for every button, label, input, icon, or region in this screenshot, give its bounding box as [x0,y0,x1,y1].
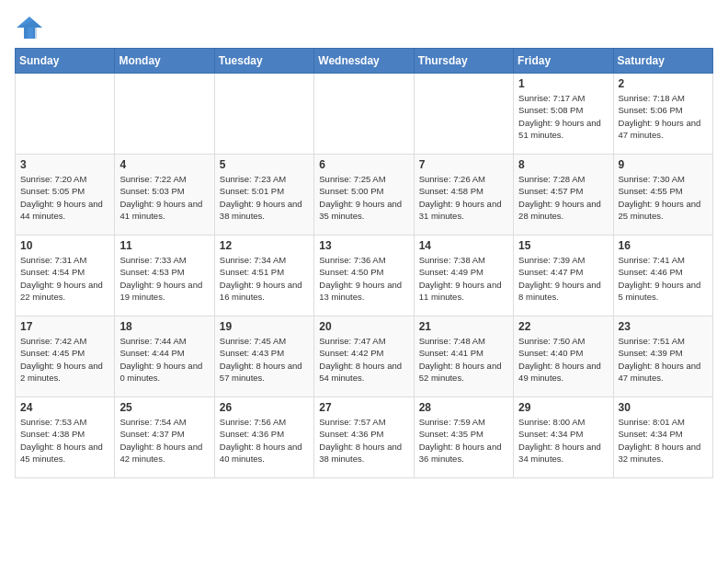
day-number: 20 [319,320,408,333]
day-detail: Sunrise: 7:30 AM Sunset: 4:55 PM Dayligh… [619,173,708,222]
calendar-week-row: 1Sunrise: 7:17 AM Sunset: 5:08 PM Daylig… [16,74,713,155]
day-of-week-header: Tuesday [214,49,313,74]
day-detail: Sunrise: 7:56 AM Sunset: 4:36 PM Dayligh… [220,416,309,465]
day-detail: Sunrise: 7:51 AM Sunset: 4:39 PM Dayligh… [619,335,708,384]
day-detail: Sunrise: 7:20 AM Sunset: 5:05 PM Dayligh… [20,173,109,222]
calendar-cell: 23Sunrise: 7:51 AM Sunset: 4:39 PM Dayli… [613,316,712,397]
calendar-cell: 19Sunrise: 7:45 AM Sunset: 4:43 PM Dayli… [214,316,313,397]
calendar-cell: 20Sunrise: 7:47 AM Sunset: 4:42 PM Dayli… [314,316,414,397]
day-detail: Sunrise: 7:17 AM Sunset: 5:08 PM Dayligh… [518,92,608,141]
calendar-cell [214,74,313,155]
day-detail: Sunrise: 7:53 AM Sunset: 4:38 PM Dayligh… [20,416,109,465]
calendar-cell: 3Sunrise: 7:20 AM Sunset: 5:05 PM Daylig… [16,155,115,236]
day-of-week-header: Wednesday [314,49,414,74]
day-of-week-header: Sunday [16,49,115,74]
calendar-cell [16,74,115,155]
calendar-cell: 6Sunrise: 7:25 AM Sunset: 5:00 PM Daylig… [314,155,414,236]
day-number: 18 [119,320,209,333]
day-number: 27 [319,401,408,414]
calendar-week-row: 17Sunrise: 7:42 AM Sunset: 4:45 PM Dayli… [16,316,713,397]
day-number: 6 [319,158,408,171]
day-number: 13 [319,239,408,252]
calendar-week-row: 10Sunrise: 7:31 AM Sunset: 4:54 PM Dayli… [16,236,713,316]
day-number: 30 [619,401,708,414]
day-detail: Sunrise: 7:42 AM Sunset: 4:45 PM Dayligh… [20,335,109,384]
calendar-cell: 9Sunrise: 7:30 AM Sunset: 4:55 PM Daylig… [613,155,712,236]
day-detail: Sunrise: 7:26 AM Sunset: 4:58 PM Dayligh… [419,173,508,222]
day-detail: Sunrise: 7:31 AM Sunset: 4:54 PM Dayligh… [20,254,109,303]
day-detail: Sunrise: 8:01 AM Sunset: 4:34 PM Dayligh… [619,416,708,465]
day-number: 12 [220,239,309,252]
calendar-table: SundayMondayTuesdayWednesdayThursdayFrid… [15,48,713,478]
day-detail: Sunrise: 7:45 AM Sunset: 4:43 PM Dayligh… [220,335,309,384]
calendar-cell: 14Sunrise: 7:38 AM Sunset: 4:49 PM Dayli… [414,236,513,316]
day-detail: Sunrise: 7:23 AM Sunset: 5:01 PM Dayligh… [220,173,309,222]
day-detail: Sunrise: 7:25 AM Sunset: 5:00 PM Dayligh… [319,173,408,222]
calendar-cell [115,74,214,155]
day-detail: Sunrise: 7:57 AM Sunset: 4:36 PM Dayligh… [319,416,408,465]
calendar-cell: 4Sunrise: 7:22 AM Sunset: 5:03 PM Daylig… [115,155,214,236]
day-detail: Sunrise: 7:48 AM Sunset: 4:41 PM Dayligh… [419,335,508,384]
day-detail: Sunrise: 7:33 AM Sunset: 4:53 PM Dayligh… [119,254,209,303]
calendar-cell [314,74,414,155]
calendar-cell: 28Sunrise: 7:59 AM Sunset: 4:35 PM Dayli… [414,397,513,478]
day-number: 28 [419,401,508,414]
day-number: 7 [419,158,508,171]
day-number: 5 [220,158,309,171]
calendar-cell: 25Sunrise: 7:54 AM Sunset: 4:37 PM Dayli… [115,397,214,478]
calendar-cell: 8Sunrise: 7:28 AM Sunset: 4:57 PM Daylig… [514,155,613,236]
calendar-cell: 12Sunrise: 7:34 AM Sunset: 4:51 PM Dayli… [214,236,313,316]
calendar-cell: 13Sunrise: 7:36 AM Sunset: 4:50 PM Dayli… [314,236,414,316]
day-detail: Sunrise: 7:22 AM Sunset: 5:03 PM Dayligh… [119,173,209,222]
day-detail: Sunrise: 7:18 AM Sunset: 5:06 PM Dayligh… [619,92,708,141]
day-number: 8 [518,158,608,171]
calendar-cell: 1Sunrise: 7:17 AM Sunset: 5:08 PM Daylig… [514,74,613,155]
day-number: 3 [20,158,109,171]
day-detail: Sunrise: 8:00 AM Sunset: 4:34 PM Dayligh… [518,416,608,465]
calendar-cell: 30Sunrise: 8:01 AM Sunset: 4:34 PM Dayli… [613,397,712,478]
calendar-cell: 2Sunrise: 7:18 AM Sunset: 5:06 PM Daylig… [613,74,712,155]
calendar-cell: 18Sunrise: 7:44 AM Sunset: 4:44 PM Dayli… [115,316,214,397]
day-detail: Sunrise: 7:41 AM Sunset: 4:46 PM Dayligh… [619,254,708,303]
calendar-cell: 17Sunrise: 7:42 AM Sunset: 4:45 PM Dayli… [16,316,115,397]
calendar-cell: 21Sunrise: 7:48 AM Sunset: 4:41 PM Dayli… [414,316,513,397]
calendar-cell: 10Sunrise: 7:31 AM Sunset: 4:54 PM Dayli… [16,236,115,316]
day-of-week-header: Friday [514,49,613,74]
header [15,15,713,40]
calendar-cell: 26Sunrise: 7:56 AM Sunset: 4:36 PM Dayli… [214,397,313,478]
calendar-cell: 29Sunrise: 8:00 AM Sunset: 4:34 PM Dayli… [514,397,613,478]
day-number: 26 [220,401,309,414]
day-number: 21 [419,320,508,333]
day-detail: Sunrise: 7:39 AM Sunset: 4:47 PM Dayligh… [518,254,608,303]
day-detail: Sunrise: 7:34 AM Sunset: 4:51 PM Dayligh… [220,254,309,303]
day-number: 11 [119,239,209,252]
day-number: 16 [619,239,708,252]
day-number: 9 [619,158,708,171]
header-row: SundayMondayTuesdayWednesdayThursdayFrid… [16,49,713,74]
calendar-cell: 5Sunrise: 7:23 AM Sunset: 5:01 PM Daylig… [214,155,313,236]
day-detail: Sunrise: 7:36 AM Sunset: 4:50 PM Dayligh… [319,254,408,303]
day-number: 19 [220,320,309,333]
day-number: 14 [419,239,508,252]
day-number: 25 [119,401,209,414]
calendar-cell [414,74,513,155]
day-of-week-header: Monday [115,49,214,74]
calendar-cell: 22Sunrise: 7:50 AM Sunset: 4:40 PM Dayli… [514,316,613,397]
day-detail: Sunrise: 7:54 AM Sunset: 4:37 PM Dayligh… [119,416,209,465]
calendar-cell: 11Sunrise: 7:33 AM Sunset: 4:53 PM Dayli… [115,236,214,316]
day-of-week-header: Saturday [613,49,712,74]
day-number: 23 [619,320,708,333]
day-number: 15 [518,239,608,252]
logo-icon [15,15,44,40]
day-detail: Sunrise: 7:38 AM Sunset: 4:49 PM Dayligh… [419,254,508,303]
day-detail: Sunrise: 7:44 AM Sunset: 4:44 PM Dayligh… [119,335,209,384]
day-of-week-header: Thursday [414,49,513,74]
day-number: 24 [20,401,109,414]
day-number: 1 [518,77,608,90]
day-number: 22 [518,320,608,333]
day-detail: Sunrise: 7:28 AM Sunset: 4:57 PM Dayligh… [518,173,608,222]
day-number: 29 [518,401,608,414]
calendar-cell: 27Sunrise: 7:57 AM Sunset: 4:36 PM Dayli… [314,397,414,478]
calendar-cell: 16Sunrise: 7:41 AM Sunset: 4:46 PM Dayli… [613,236,712,316]
calendar-week-row: 24Sunrise: 7:53 AM Sunset: 4:38 PM Dayli… [16,397,713,478]
